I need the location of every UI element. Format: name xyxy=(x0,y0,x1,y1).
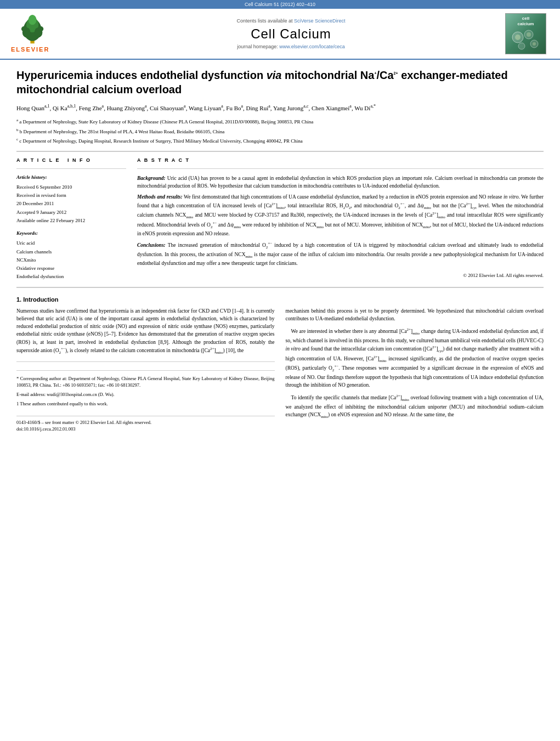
abstract-methods: Methods and results: We first demonstrat… xyxy=(137,193,544,237)
cell-calcium-thumbnail: cellcalcium xyxy=(505,13,546,54)
keyword-3: NCXmito xyxy=(16,256,126,264)
abstract-background: Background: Uric acid (UA) has proven to… xyxy=(137,174,544,190)
affiliation-a: a a Department of Nephrology, State Key … xyxy=(16,117,544,126)
body-col-right: mechanism behind this process is yet to … xyxy=(286,307,544,433)
info-abstract-section: A R T I C L E I N F O Article history: R… xyxy=(16,157,544,281)
elsevier-text: ELSEVIER xyxy=(11,46,49,53)
keyword-5: Endothelial dysfunction xyxy=(16,273,126,281)
journal-logo-right: cellcalcium xyxy=(505,13,549,54)
section1-title: 1. Introduction xyxy=(16,296,544,303)
journal-citation: Cell Calcium 51 (2012) 402–410 xyxy=(245,2,315,7)
affiliations: a a Department of Nephrology, State Key … xyxy=(16,117,544,145)
revised-label: Received in revised form xyxy=(16,191,126,200)
sciverse-line: Contents lists available at SciVerse Sci… xyxy=(77,18,505,24)
article-title: Hyperuricemia induces endothelial dysfun… xyxy=(16,68,544,97)
homepage-link[interactable]: www.elsevier.com/locate/ceca xyxy=(279,44,345,49)
footnote-divider xyxy=(16,361,275,362)
svg-point-9 xyxy=(515,35,521,40)
affiliation-c: c c Department of Nephrology, Daping Hos… xyxy=(16,137,544,145)
keyword-1: Uric acid xyxy=(16,239,126,247)
footnote-3: 1 These authors contributed equally to t… xyxy=(16,400,275,408)
history-label: Article history: xyxy=(16,174,126,180)
body-col-left: Numerous studies have confirmed that hyp… xyxy=(16,307,275,433)
received-date: Received 6 September 2010 xyxy=(16,183,126,191)
abstract-conclusions: Conclusions: The increased generation of… xyxy=(137,241,544,267)
svg-point-6 xyxy=(21,26,26,31)
divider-after-affiliations xyxy=(16,151,544,152)
body-para-1: Numerous studies have confirmed that hyp… xyxy=(16,307,275,356)
keywords-label: Keywords: xyxy=(16,230,126,236)
article-dates: Received 6 September 2010 Received in re… xyxy=(16,183,126,225)
keyword-2: Calcium channels xyxy=(16,248,126,256)
divider-info xyxy=(16,168,126,169)
journal-header: ELSEVIER Contents lists available at Sci… xyxy=(0,9,560,60)
article-info-column: A R T I C L E I N F O Article history: R… xyxy=(16,157,126,281)
footnotes: * Corresponding author at: Department of… xyxy=(16,370,275,408)
body-para-3: We are interested in whether there is an… xyxy=(286,327,544,389)
keyword-list: Uric acid Calcium channels NCXmito Oxida… xyxy=(16,239,126,281)
keywords-section: Keywords: Uric acid Calcium channels NCX… xyxy=(16,230,126,281)
copyright-legal: 0143-4160/$ – see front matter © 2012 El… xyxy=(16,419,275,426)
abstract-text: Background: Uric acid (UA) has proven to… xyxy=(137,174,544,279)
abstract-heading: A B S T R A C T xyxy=(137,157,544,163)
elsevier-logo-area: ELSEVIER xyxy=(11,15,77,53)
elsevier-tree-icon xyxy=(11,15,55,45)
keyword-4: Oxidative response xyxy=(16,264,126,273)
svg-point-14 xyxy=(518,43,525,49)
journal-citation-bar: Cell Calcium 51 (2012) 402–410 xyxy=(0,0,560,9)
doi-line: doi:10.1016/j.ceca.2012.01.003 xyxy=(16,426,275,433)
footnote-2: E-mail address: wudi@301hospital.com.cn … xyxy=(16,391,275,398)
body-section: 1. Introduction Numerous studies have co… xyxy=(16,296,544,433)
affiliation-b: b b Department of Nephrology, The 281st … xyxy=(16,127,544,136)
article-info-heading: A R T I C L E I N F O xyxy=(16,157,126,163)
accepted-date: Accepted 9 January 2012 xyxy=(16,208,126,217)
abstract-copyright: © 2012 Elsevier Ltd. All rights reserved… xyxy=(137,272,544,280)
available-date: Available online 22 February 2012 xyxy=(16,217,126,225)
body-two-col: Numerous studies have confirmed that hyp… xyxy=(16,307,544,433)
abstract-column: A B S T R A C T Background: Uric acid (U… xyxy=(137,157,544,281)
svg-point-5 xyxy=(29,15,37,25)
svg-point-7 xyxy=(38,26,43,31)
divider-body xyxy=(16,287,544,288)
thumbnail-graphic xyxy=(510,26,542,51)
divider-abstract xyxy=(137,168,544,169)
elsevier-logo: ELSEVIER xyxy=(11,15,77,53)
authors-line: Hong Quana,1, Qi Kaa,b,1, Feng Zhea, Hua… xyxy=(16,103,544,113)
body-para-4: To identify the specific channels that m… xyxy=(286,393,544,420)
journal-title: Cell Calcium xyxy=(77,26,505,42)
footnote-1: * Corresponding author at: Department of… xyxy=(16,375,275,389)
sciverse-link[interactable]: SciVerse ScienceDirect xyxy=(294,18,346,24)
bottom-legal: 0143-4160/$ – see front matter © 2012 El… xyxy=(16,416,275,433)
article-content: Hyperuricemia induces endothelial dysfun… xyxy=(0,60,560,441)
journal-center: Contents lists available at SciVerse Sci… xyxy=(77,18,505,49)
journal-homepage: journal homepage: www.elsevier.com/locat… xyxy=(77,44,505,49)
svg-point-13 xyxy=(533,42,536,46)
svg-point-11 xyxy=(527,32,531,37)
body-para-2: mechanism behind this process is yet to … xyxy=(286,307,544,323)
revised-date: 20 December 2011 xyxy=(16,200,126,208)
